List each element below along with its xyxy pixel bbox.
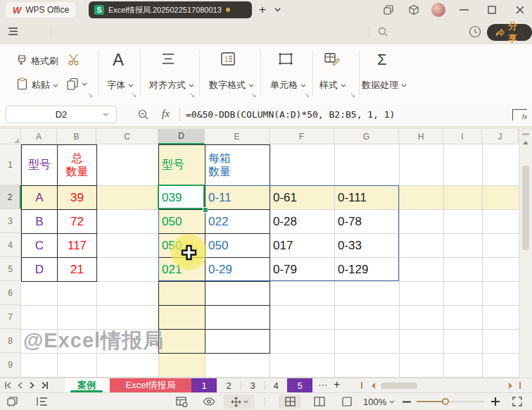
number-format-dialog-launcher[interactable]: ↘	[251, 91, 256, 99]
restore-window-icon[interactable]	[384, 5, 393, 15]
hscroll-thumb[interactable]	[381, 383, 417, 389]
first-sheet-button[interactable]	[4, 382, 12, 389]
column-header-e[interactable]: E	[205, 129, 270, 144]
fullscreen-icon[interactable]	[512, 397, 522, 406]
column-header-d[interactable]: D	[158, 129, 205, 144]
expand-formula-bar-icon[interactable]: fx	[512, 109, 527, 120]
styles-dialog-launcher[interactable]: ↘	[350, 91, 355, 99]
row-header-1[interactable]: 1	[0, 144, 21, 185]
column-header-h[interactable]: H	[399, 129, 443, 144]
vertical-scrollbar[interactable]	[519, 129, 532, 378]
table-tools-icon[interactable]	[176, 397, 188, 407]
macro-vba-icon[interactable]	[7, 397, 19, 407]
cell-A5[interactable]: D	[22, 258, 57, 281]
formula-input[interactable]: =0&50-DDB(COLUMN(A:D)*50, B2:B5, 1, 1)	[186, 109, 395, 120]
cells-dialog-launcher[interactable]: ↘	[304, 91, 310, 99]
sheet-tab-5[interactable]: 5	[287, 378, 312, 392]
cell-B5[interactable]: 21	[58, 258, 96, 281]
styles-button[interactable]: 样式	[319, 79, 346, 92]
outline-view-icon[interactable]	[37, 397, 48, 406]
cell-E5[interactable]: 0-29	[205, 258, 269, 281]
user-avatar[interactable]	[431, 3, 445, 17]
column-header-a[interactable]: A	[21, 129, 57, 144]
cells-button[interactable]: 单元格	[270, 79, 306, 92]
tab-list-chevron[interactable]	[274, 8, 281, 12]
name-box[interactable]: D2	[6, 106, 117, 123]
cell-F4[interactable]: 017	[270, 234, 334, 257]
zoom-dropdown-chevron[interactable]	[389, 400, 395, 404]
cell-G3[interactable]: 0-78	[335, 210, 398, 233]
paste-button[interactable]: 粘贴	[32, 79, 58, 92]
next-sheet-button[interactable]	[30, 382, 35, 389]
zoom-level-value[interactable]: 100%	[363, 397, 386, 407]
cell-F5[interactable]: 0-79	[270, 258, 334, 281]
sheet-tab-4[interactable]: 4	[265, 378, 287, 392]
cell-E2[interactable]: 0-11	[205, 186, 269, 209]
sheet-tab-2[interactable]: 2	[217, 378, 241, 392]
share-button[interactable]: 分享	[487, 24, 532, 41]
minimize-button[interactable]	[460, 9, 469, 11]
cell-E1[interactable]: 每箱 数量	[205, 145, 270, 185]
clipboard-dialog-launcher[interactable]: ↘	[87, 91, 93, 99]
column-header-j[interactable]: J	[482, 129, 519, 144]
cell-E4[interactable]: 050	[205, 234, 269, 257]
hscroll-left-arrow[interactable]	[371, 383, 376, 389]
cell-A4[interactable]: C	[22, 234, 57, 257]
zoom-out-formula-icon[interactable]	[138, 109, 148, 120]
format-painter-button[interactable]: 格式刷	[31, 55, 58, 68]
add-sheet-button[interactable]: +	[334, 378, 340, 391]
row-header-7[interactable]: 7	[0, 305, 21, 329]
history-version-icon[interactable]	[469, 25, 481, 38]
row-header-4[interactable]: 4	[0, 233, 21, 257]
search-icon[interactable]	[378, 27, 388, 37]
normal-view-button[interactable]	[279, 395, 301, 409]
row-header-2[interactable]: 2	[0, 185, 21, 209]
cell-A2[interactable]: A	[22, 186, 57, 209]
stability-cube-icon[interactable]	[408, 4, 419, 15]
hamburger-menu-icon[interactable]	[8, 27, 18, 35]
fx-insert-function-button[interactable]: fx	[162, 108, 170, 120]
cell-A3[interactable]: B	[22, 210, 57, 233]
fill-handle[interactable]	[203, 207, 208, 213]
cell-B4[interactable]: 117	[58, 234, 96, 257]
prev-sheet-button[interactable]	[17, 382, 23, 389]
alignment-dialog-launcher[interactable]: ↘	[189, 91, 195, 99]
column-header-c[interactable]: C	[96, 129, 158, 144]
sheet-tab-excel-qingbaoju[interactable]: Excel情报局	[110, 378, 191, 392]
reading-eye-icon[interactable]	[203, 397, 215, 406]
more-sheets-button[interactable]: ⋯	[318, 379, 328, 390]
sheet-tab-1[interactable]: 1	[191, 378, 217, 392]
highlight-mode-button[interactable]	[224, 395, 255, 409]
cell-F2[interactable]: 0-61	[270, 186, 334, 209]
data-processing-button[interactable]: 数据处理	[362, 79, 407, 92]
name-box-chevron[interactable]	[103, 113, 108, 116]
cell-G2[interactable]: 0-111	[335, 186, 398, 209]
document-tab[interactable]: S Excel情报局.2025022517080013	[89, 1, 252, 18]
new-tab-button[interactable]: +	[259, 4, 266, 15]
zoom-out-button[interactable]	[403, 401, 411, 403]
column-header-g[interactable]: G	[334, 129, 399, 144]
cell-B3[interactable]: 72	[58, 210, 96, 233]
spreadsheet-grid[interactable]: A B C D E F G H I J 1 2 3 4 5 6 7 8 9	[0, 129, 519, 378]
cell-A1[interactable]: 型号	[22, 145, 57, 185]
zoom-slider-knob[interactable]	[442, 398, 449, 405]
cell-B1[interactable]: 总 数量	[58, 145, 96, 185]
row-header-6[interactable]: 6	[0, 281, 21, 305]
row-header-3[interactable]: 3	[0, 209, 21, 233]
font-button[interactable]: 字体	[107, 79, 134, 92]
cell-G5[interactable]: 0-129	[335, 258, 398, 281]
column-header-b[interactable]: B	[57, 129, 96, 144]
page-break-view-icon[interactable]	[314, 397, 325, 406]
vscroll-split-handle[interactable]	[522, 133, 529, 135]
number-format-button[interactable]: 数字格式	[209, 79, 254, 92]
cell-G4[interactable]: 0-33	[335, 234, 398, 257]
cell-E3[interactable]: 022	[205, 210, 269, 233]
vscroll-thumb[interactable]	[522, 166, 529, 250]
page-layout-view-icon[interactable]	[341, 397, 352, 406]
close-button[interactable]	[516, 6, 524, 14]
row-header-5[interactable]: 5	[0, 257, 21, 281]
zoom-in-button[interactable]	[491, 397, 500, 406]
column-header-f[interactable]: F	[270, 129, 334, 144]
maximize-button[interactable]	[488, 6, 496, 14]
sheet-tab-3[interactable]: 3	[241, 378, 265, 392]
